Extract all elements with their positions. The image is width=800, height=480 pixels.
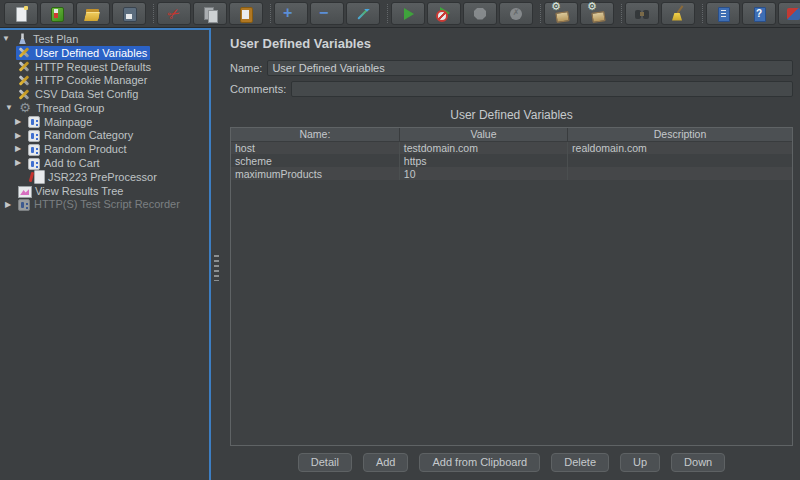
down-button[interactable]: Down [671, 453, 725, 472]
expand-arrow-icon[interactable]: ▼ [5, 103, 13, 113]
tree-item-http-test-script-recorder[interactable]: ▶ HTTP(S) Test Script Recorder [0, 198, 209, 212]
tree-item-test-plan[interactable]: ▼ Test Plan [0, 32, 209, 46]
expand-arrow-icon[interactable]: ▶ [15, 117, 21, 127]
tree-item-user-defined-variables[interactable]: User Defined Variables [0, 46, 209, 60]
search-reset-button[interactable] [661, 2, 695, 25]
column-header-name[interactable]: Name: [231, 128, 399, 141]
cell-value[interactable]: 10 [399, 167, 567, 180]
cut-button[interactable]: ✂ [157, 2, 191, 25]
search-button[interactable] [625, 2, 659, 25]
expand-arrow-icon[interactable]: ▶ [15, 131, 21, 141]
expand-arrow-icon[interactable]: ▶ [15, 158, 21, 168]
cell-description[interactable] [568, 167, 792, 180]
cell-description[interactable] [568, 154, 792, 167]
column-header-description[interactable]: Description [568, 128, 792, 141]
expand-arrow-icon[interactable]: ▼ [2, 34, 10, 44]
table-actions: Detail Add Add from Clipboard Delete Up … [230, 453, 793, 474]
expand-arrow-icon[interactable]: ▶ [15, 144, 21, 154]
tree-item-random-category[interactable]: ▶ Random Category [0, 129, 209, 143]
collapse-all-button[interactable]: − [310, 2, 344, 25]
stop-octagon-icon [472, 6, 488, 22]
tree-item-label: Thread Group [36, 102, 104, 114]
tree-item-label: User Defined Variables [35, 47, 147, 59]
name-input[interactable] [267, 60, 793, 76]
save-button[interactable] [112, 2, 146, 25]
function-helper-icon [715, 6, 731, 22]
expand-all-button[interactable]: + [274, 2, 308, 25]
name-field-row: Name: [230, 60, 793, 76]
tree-item-random-product[interactable]: ▶ Random Product [0, 142, 209, 156]
main-panel: User Defined Variables Name: Comments: U… [222, 29, 800, 480]
clear-button[interactable]: ⚙ [544, 2, 578, 25]
clipped-toolbar-button[interactable] [778, 2, 800, 25]
paste-clipboard-icon [238, 6, 254, 22]
page-title: User Defined Variables [230, 36, 793, 51]
new-file-icon [13, 6, 29, 22]
clear-all-button[interactable]: ⚙ [580, 2, 614, 25]
cut-scissors-icon: ✂ [163, 3, 185, 25]
delete-button[interactable]: Delete [551, 453, 609, 472]
tree-item-http-cookie-manager[interactable]: HTTP Cookie Manager [0, 73, 209, 87]
comments-input[interactable] [291, 81, 793, 97]
results-tree-icon [17, 184, 31, 197]
column-header-value[interactable]: Value [399, 128, 567, 141]
comments-field-row: Comments: [230, 81, 793, 97]
up-button[interactable]: Up [620, 453, 660, 472]
toggle-icon [355, 6, 371, 22]
cell-name[interactable]: host [231, 141, 399, 154]
config-element-icon [17, 88, 31, 101]
tree-item-http-request-defaults[interactable]: HTTP Request Defaults [0, 60, 209, 74]
table-row[interactable]: host testdomain.com realdomain.com [231, 141, 792, 154]
tree-item-label: Random Category [44, 129, 133, 141]
toggle-button[interactable] [346, 2, 380, 25]
splitter-grip[interactable] [214, 255, 219, 281]
help-book-icon: ? [751, 6, 767, 22]
toolbar-separator [383, 4, 388, 23]
cell-name[interactable]: scheme [231, 154, 399, 167]
variables-table-title: User Defined Variables [230, 108, 793, 122]
toolbar: ✂ + − ✗ ⚙ ⚙ ? [0, 0, 800, 28]
toolbar-separator [617, 4, 622, 23]
minus-icon: − [319, 6, 335, 22]
expand-arrow-icon[interactable]: ▶ [5, 200, 11, 210]
start-play-icon [400, 6, 416, 22]
tree-item-label: HTTP Request Defaults [35, 61, 151, 73]
tree-item-jsr223-preprocessor[interactable]: JSR223 PreProcessor [0, 170, 209, 184]
tree-item-label: Random Product [44, 143, 127, 155]
config-element-icon [17, 46, 31, 59]
name-label: Name: [230, 62, 262, 74]
help-button[interactable]: ? [742, 2, 776, 25]
stop-button[interactable] [463, 2, 497, 25]
open-folder-icon [85, 6, 101, 22]
tree-item-add-to-cart[interactable]: ▶ Add to Cart [0, 156, 209, 170]
add-from-clipboard-button[interactable]: Add from Clipboard [419, 453, 540, 472]
toolbar-separator [536, 4, 541, 23]
start-no-timers-icon [436, 6, 452, 22]
tree-item-mainpage[interactable]: ▶ Mainpage [0, 115, 209, 129]
detail-button[interactable]: Detail [298, 453, 352, 472]
cell-description[interactable]: realdomain.com [568, 141, 792, 154]
tree-item-view-results-tree[interactable]: View Results Tree [0, 184, 209, 198]
toolbar-separator [266, 4, 271, 23]
table-row[interactable]: maximumProducts 10 [231, 167, 792, 180]
cell-name[interactable]: maximumProducts [231, 167, 399, 180]
templates-button[interactable] [40, 2, 74, 25]
tree-item-csv-data-set-config[interactable]: CSV Data Set Config [0, 87, 209, 101]
cell-value[interactable]: https [399, 154, 567, 167]
new-testplan-button[interactable] [4, 2, 38, 25]
paste-button[interactable] [229, 2, 263, 25]
table-row[interactable]: scheme https [231, 154, 792, 167]
open-button[interactable] [76, 2, 110, 25]
tree-item-label: View Results Tree [35, 185, 123, 197]
function-helper-button[interactable] [706, 2, 740, 25]
start-no-timers-button[interactable] [427, 2, 461, 25]
start-button[interactable] [391, 2, 425, 25]
copy-button[interactable] [193, 2, 227, 25]
tree-item-thread-group[interactable]: ▼ ⚙Thread Group [0, 101, 209, 115]
clear-icon: ⚙ [553, 6, 569, 22]
save-floppy-icon [121, 6, 137, 22]
add-button[interactable]: Add [363, 453, 409, 472]
plus-icon: + [283, 6, 299, 22]
shutdown-button[interactable]: ✗ [499, 2, 533, 25]
cell-value[interactable]: testdomain.com [399, 141, 567, 154]
